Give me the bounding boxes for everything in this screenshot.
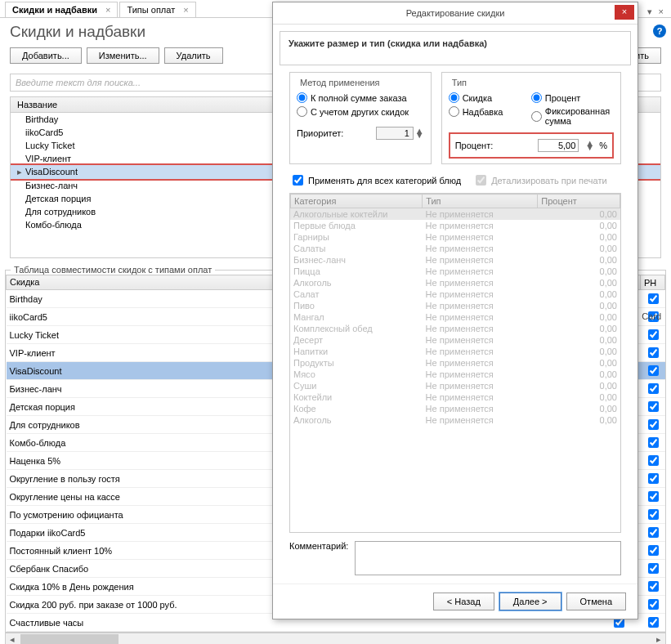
table-row: СалатыНе применяется0,00 (290, 243, 620, 254)
horizontal-scrollbar[interactable]: ◂ ▸ (5, 633, 666, 644)
compat-checkbox[interactable] (648, 581, 659, 592)
compat-checkbox[interactable] (648, 599, 659, 610)
compat-checkbox[interactable] (648, 437, 659, 448)
table-row: МангалНе применяется0,00 (290, 311, 620, 323)
detail-print-checkbox: Детализировать при печати (472, 172, 606, 188)
scroll-right-icon[interactable]: ▸ (652, 634, 665, 645)
cat-col-category[interactable]: Категория (291, 195, 423, 208)
tabs-close-icon[interactable]: × (656, 7, 666, 17)
dialog-instruction: Укажите размер и тип (скидка или надбавк… (280, 31, 631, 65)
type-fieldset: Тип Скидка Надбавка Процент Фиксированна… (441, 72, 621, 164)
dialog-title: Редактирование скидки × (273, 2, 637, 25)
radio-discount[interactable]: Скидка (449, 91, 531, 105)
tabs-dropdown-icon[interactable]: ▾ (645, 7, 655, 17)
dialog-close-button[interactable]: × (615, 5, 634, 20)
add-button[interactable]: Добавить... (10, 47, 82, 64)
tab-discounts[interactable]: Скидки и надбавки × (5, 2, 118, 17)
comment-label: Комментарий: (289, 541, 348, 575)
compat-col-ph[interactable]: PH (641, 275, 665, 290)
compat-checkbox[interactable] (648, 527, 659, 538)
radio-full-sum[interactable]: К полной сумме заказа (297, 91, 424, 105)
compat-checkbox[interactable] (648, 563, 659, 574)
scroll-left-icon[interactable]: ◂ (6, 634, 19, 645)
compat-checkbox[interactable] (648, 545, 659, 556)
table-row: Комплексный обедНе применяется0,00 (290, 323, 620, 334)
table-row: СалатНе применяется0,00 (290, 288, 620, 300)
table-row: КоктейлиНе применяется0,00 (290, 391, 620, 403)
close-icon[interactable]: × (183, 5, 188, 15)
radio-fixed[interactable]: Фиксированная сумма (531, 105, 614, 127)
table-row: ПродуктыНе применяется0,00 (290, 357, 620, 369)
comment-textarea[interactable] (355, 541, 621, 575)
priority-input[interactable]: 1 (376, 127, 414, 140)
radio-surcharge[interactable]: Надбавка (449, 105, 531, 119)
table-row: Алкогольные коктейлиНе применяется0,00 (290, 208, 620, 220)
table-row: МясоНе применяется0,00 (290, 369, 620, 380)
edit-button[interactable]: Изменить... (87, 47, 159, 64)
table-row: АлкогольНе применяется0,00 (290, 277, 620, 288)
spinner-icon[interactable]: ▲▼ (585, 141, 594, 150)
table-row: Бизнес-ланчНе применяется0,00 (290, 254, 620, 266)
percent-unit: % (599, 141, 607, 150)
table-row: ГарнирыНе применяется0,00 (290, 231, 620, 243)
compat-checkbox[interactable] (648, 419, 659, 430)
apply-all-checkbox[interactable]: Применять для всех категорий блюд (289, 172, 461, 188)
cancel-button[interactable]: Отмена (566, 593, 626, 610)
method-legend: Метод применения (297, 78, 383, 87)
method-fieldset: Метод применения К полной сумме заказа С… (289, 72, 432, 164)
compat-checkbox[interactable] (648, 383, 659, 394)
percent-label: Процент: (455, 141, 494, 150)
compat-legend: Таблица совместимости скидок с типами оп… (11, 265, 215, 275)
compat-checkbox[interactable] (648, 401, 659, 412)
delete-button[interactable]: Удалить (164, 47, 223, 64)
table-row: ПиццаНе применяется0,00 (290, 266, 620, 277)
compat-checkbox[interactable] (648, 293, 659, 304)
table-row: ПивоНе применяется0,00 (290, 300, 620, 311)
bg-column-label: Card (642, 311, 661, 321)
scroll-thumb[interactable] (20, 634, 119, 644)
compat-checkbox[interactable] (648, 365, 659, 376)
table-row: ДесертНе применяется0,00 (290, 334, 620, 346)
radio-percent[interactable]: Процент (531, 91, 614, 105)
compat-checkbox[interactable] (648, 329, 659, 340)
compat-checkbox[interactable] (648, 491, 659, 502)
table-row: НапиткиНе применяется0,00 (290, 346, 620, 357)
table-row: КофеНе применяется0,00 (290, 403, 620, 414)
compat-checkbox[interactable] (648, 509, 659, 520)
table-row: АлкогольНе применяется0,00 (290, 414, 620, 426)
tab-payment-types[interactable]: Типы оплат × (119, 2, 195, 17)
radio-other-discounts[interactable]: С учетом других скидок (297, 105, 424, 119)
tab-label: Типы оплат (127, 5, 175, 15)
cat-col-percent[interactable]: Процент (538, 195, 620, 208)
type-legend: Тип (449, 78, 470, 87)
next-button[interactable]: Далее > (499, 593, 561, 610)
compat-checkbox[interactable] (648, 347, 659, 358)
tab-label: Скидки и надбавки (12, 5, 97, 15)
priority-label: Приоритет: (297, 128, 343, 138)
edit-discount-dialog: Редактирование скидки × Укажите размер и… (272, 2, 638, 619)
close-icon[interactable]: × (105, 5, 110, 15)
compat-checkbox[interactable] (648, 455, 659, 466)
category-grid: Категория Тип Процент Алкогольные коктей… (289, 193, 621, 533)
percent-input[interactable] (538, 139, 579, 152)
compat-checkbox[interactable] (648, 473, 659, 484)
compat-checkbox[interactable] (648, 617, 659, 628)
table-row: Первые блюдаНе применяется0,00 (290, 220, 620, 231)
back-button[interactable]: < Назад (433, 593, 494, 610)
spinner-icon[interactable]: ▲▼ (415, 129, 424, 137)
table-row: СушиНе применяется0,00 (290, 380, 620, 391)
cat-col-type[interactable]: Тип (423, 195, 538, 208)
help-icon[interactable]: ? (653, 25, 666, 38)
search-placeholder: Введите текст для поиска... (16, 78, 141, 87)
